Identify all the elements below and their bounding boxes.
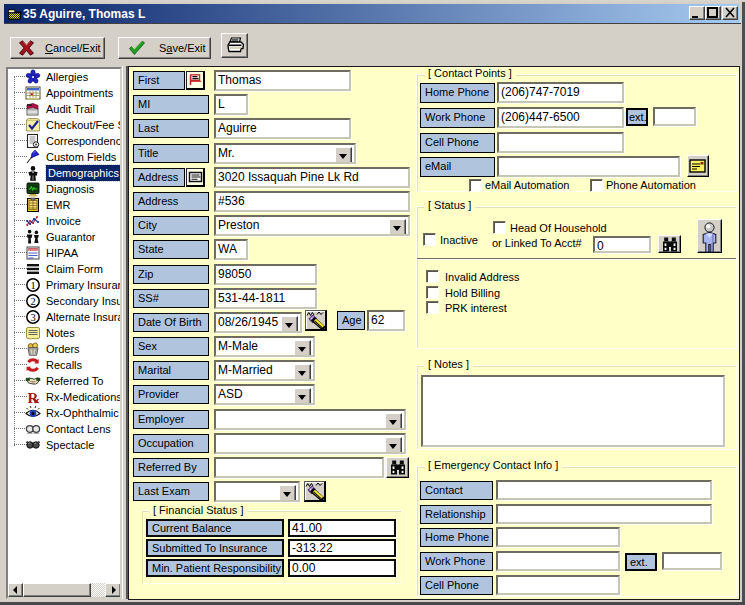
svg-text:2: 2 <box>30 296 35 307</box>
svg-text:1: 1 <box>30 280 35 291</box>
svg-text:3: 3 <box>30 312 35 323</box>
svg-text:R: R <box>28 390 39 406</box>
